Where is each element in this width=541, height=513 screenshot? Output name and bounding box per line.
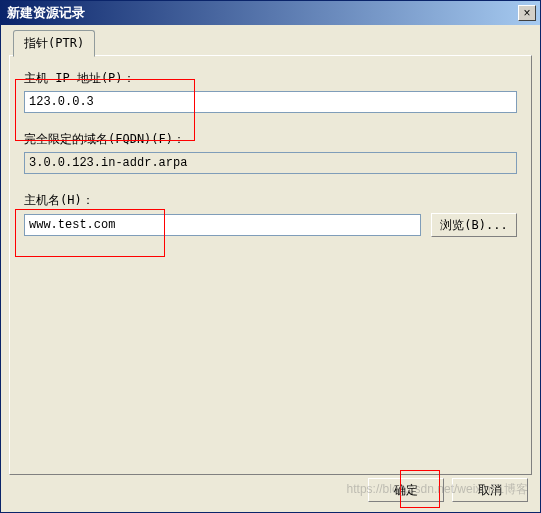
fqdn-label: 完全限定的域名(FQDN)(F)： [24,131,517,148]
field-host: 主机名(H)： 浏览(B)... [24,192,517,237]
close-button[interactable]: × [518,5,536,21]
fqdn-input [24,152,517,174]
button-bar: 确定 取消 [368,478,528,502]
field-ip: 主机 IP 地址(P)： [24,70,517,113]
window-title: 新建资源记录 [5,4,518,22]
cancel-button[interactable]: 取消 [452,478,528,502]
ok-button[interactable]: 确定 [368,478,444,502]
dialog-window: 新建资源记录 × 指针(PTR) 主机 IP 地址(P)： 完全限定的域名(FQ… [0,0,541,513]
titlebar: 新建资源记录 × [1,1,540,25]
tab-label: 指针(PTR) [24,36,84,50]
host-label: 主机名(H)： [24,192,517,209]
host-input[interactable] [24,214,421,236]
field-fqdn: 完全限定的域名(FQDN)(F)： [24,131,517,174]
tabstrip: 指针(PTR) [9,33,532,56]
ip-input[interactable] [24,91,517,113]
tab-ptr[interactable]: 指针(PTR) [13,30,95,57]
close-icon: × [523,6,530,20]
ip-label: 主机 IP 地址(P)： [24,70,517,87]
tab-panel: 主机 IP 地址(P)： 完全限定的域名(FQDN)(F)： 主机名(H)： 浏… [9,55,532,475]
browse-button[interactable]: 浏览(B)... [431,213,517,237]
client-area: 指针(PTR) 主机 IP 地址(P)： 完全限定的域名(FQDN)(F)： 主… [1,25,540,512]
